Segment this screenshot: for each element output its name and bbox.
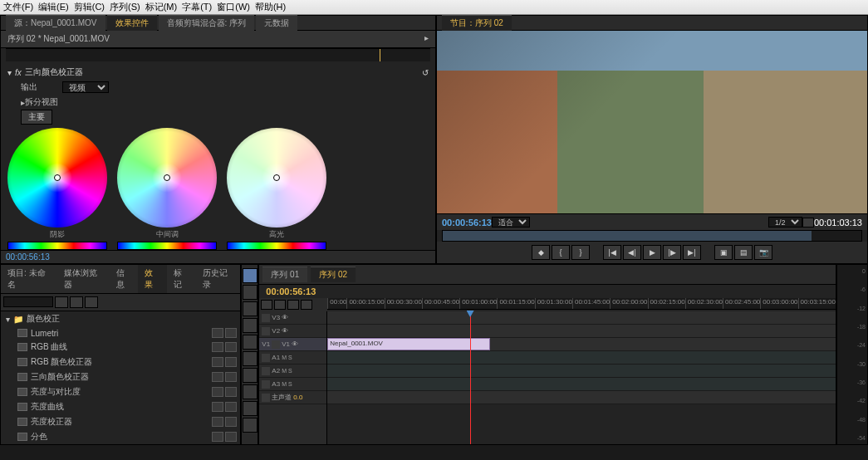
track-a2[interactable] bbox=[327, 365, 835, 378]
menu-file[interactable]: 文件(F) bbox=[3, 1, 33, 13]
preset-32-icon[interactable] bbox=[212, 342, 223, 352]
menu-marker[interactable]: 标记(M) bbox=[145, 1, 178, 13]
hand-tool[interactable] bbox=[243, 401, 257, 416]
settings-icon[interactable] bbox=[301, 300, 312, 310]
preset-filter-3-icon[interactable] bbox=[85, 296, 98, 308]
tab-metadata[interactable]: 元数据 bbox=[256, 15, 297, 31]
ec-timecode[interactable]: 00:00:56:13 bbox=[6, 252, 50, 262]
track-v2[interactable] bbox=[327, 325, 835, 338]
menu-sequence[interactable]: 序列(S) bbox=[110, 1, 140, 13]
midtones-hue-strip[interactable] bbox=[117, 242, 217, 250]
menu-edit[interactable]: 编辑(E) bbox=[38, 1, 69, 13]
effects-search[interactable] bbox=[3, 296, 53, 307]
play-button[interactable]: ▶ bbox=[643, 245, 661, 260]
highlights-hue-strip[interactable] bbox=[227, 242, 326, 250]
wrench-icon[interactable] bbox=[802, 218, 814, 228]
effect-item[interactable]: 亮度与对比度 bbox=[1, 384, 240, 399]
track-a1[interactable] bbox=[327, 351, 835, 365]
preset-yuv-icon[interactable] bbox=[225, 372, 237, 382]
preset-32-icon[interactable] bbox=[212, 387, 223, 397]
effect-reset-icon[interactable]: ↺ bbox=[422, 68, 429, 77]
track-select-tool[interactable] bbox=[243, 285, 257, 300]
effect-item[interactable]: Lumetri bbox=[1, 326, 240, 340]
zoom-select[interactable]: 1/2 bbox=[768, 217, 802, 228]
output-select[interactable]: 视频 bbox=[62, 81, 109, 93]
tab-source[interactable]: 源：Nepal_0001.MOV bbox=[6, 15, 105, 31]
effect-item[interactable]: RGB 颜色校正器 bbox=[1, 355, 240, 369]
tab-effect-controls[interactable]: 效果控件 bbox=[107, 15, 157, 31]
shadows-wheel[interactable] bbox=[7, 128, 107, 228]
effect-item[interactable]: 分色 bbox=[1, 429, 240, 444]
preset-yuv-icon[interactable] bbox=[225, 417, 237, 427]
marker-add-button[interactable]: ◆ bbox=[532, 245, 550, 260]
out-point-button[interactable]: } bbox=[571, 245, 590, 260]
slip-tool[interactable] bbox=[243, 368, 257, 383]
tab-project[interactable]: 项目: 未命名 bbox=[1, 265, 57, 293]
lock-icon[interactable] bbox=[262, 380, 270, 389]
in-point-button[interactable]: { bbox=[552, 245, 570, 260]
track-master[interactable] bbox=[327, 391, 835, 404]
tab-media-browser[interactable]: 媒体浏览器 bbox=[57, 265, 110, 293]
preset-32-icon[interactable] bbox=[212, 417, 223, 427]
video-clip[interactable]: Nepal_0001.MOV bbox=[327, 338, 490, 350]
lock-icon[interactable] bbox=[262, 354, 270, 362]
program-tab[interactable]: 节目：序列 02 bbox=[442, 15, 512, 31]
step-back-button[interactable]: ◀| bbox=[623, 245, 641, 260]
lift-button[interactable]: ▣ bbox=[714, 245, 733, 260]
tab-audio-mixer[interactable]: 音频剪辑混合器: 序列 bbox=[159, 15, 255, 31]
preset-32-icon[interactable] bbox=[212, 357, 223, 367]
effects-list[interactable]: ▾📁 颜色校正 LumetriRGB 曲线RGB 颜色校正器三向颜色校正器亮度与… bbox=[1, 311, 240, 444]
program-viewer[interactable] bbox=[437, 31, 867, 213]
folder-toggle-icon[interactable]: ▾ bbox=[6, 315, 10, 324]
tab-effects[interactable]: 效果 bbox=[138, 265, 167, 293]
main-tonal-button[interactable]: 主要 bbox=[21, 110, 52, 125]
preset-yuv-icon[interactable] bbox=[225, 387, 237, 397]
menu-help[interactable]: 帮助(H) bbox=[255, 1, 286, 13]
preset-32-icon[interactable] bbox=[212, 432, 223, 442]
effect-item[interactable]: RGB 曲线 bbox=[1, 340, 240, 355]
menu-window[interactable]: 窗口(W) bbox=[217, 1, 250, 13]
lock-icon[interactable] bbox=[262, 327, 270, 335]
lock-icon[interactable] bbox=[262, 367, 270, 375]
ripple-tool[interactable] bbox=[243, 301, 257, 316]
program-tc-left[interactable]: 00:00:56:13 bbox=[442, 218, 492, 228]
timeline-ruler[interactable]: 00:0000:00:15:0000:00:30:0000:00:45:0000… bbox=[327, 298, 835, 310]
goto-in-button[interactable]: |◀ bbox=[603, 245, 621, 260]
fit-select[interactable]: 适合 bbox=[492, 217, 530, 228]
effect-toggle-icon[interactable]: ▾ bbox=[7, 68, 12, 77]
track-v3[interactable] bbox=[327, 311, 835, 325]
playhead[interactable] bbox=[470, 311, 471, 444]
pen-tool[interactable] bbox=[243, 384, 257, 399]
ec-mini-timeline[interactable] bbox=[6, 48, 430, 61]
preset-32-icon[interactable] bbox=[212, 402, 223, 412]
menubar[interactable]: 文件(F) 编辑(E) 剪辑(C) 序列(S) 标记(M) 字幕(T) 窗口(W… bbox=[0, 0, 868, 15]
effect-item[interactable]: 亮度曲线 bbox=[1, 399, 240, 414]
zoom-tool[interactable] bbox=[243, 418, 257, 433]
razor-tool[interactable] bbox=[243, 351, 257, 366]
preset-filter-1-icon[interactable] bbox=[55, 296, 68, 308]
tab-history[interactable]: 历史记录 bbox=[196, 265, 240, 293]
preset-yuv-icon[interactable] bbox=[225, 328, 237, 338]
timeline-timecode[interactable]: 00:00:56:13 bbox=[259, 285, 835, 298]
timeline-tracks[interactable]: Nepal_0001.MOV bbox=[327, 311, 835, 444]
track-a3[interactable] bbox=[327, 378, 835, 391]
timeline-toggle-icon[interactable]: ▸ bbox=[424, 33, 429, 45]
preset-yuv-icon[interactable] bbox=[225, 432, 237, 442]
lock-icon[interactable] bbox=[272, 340, 280, 349]
effect-item[interactable]: 三向颜色校正器 bbox=[1, 369, 240, 384]
linked-selection-icon[interactable] bbox=[274, 300, 286, 310]
selection-tool[interactable] bbox=[243, 268, 257, 283]
tab-markers[interactable]: 标记 bbox=[167, 265, 196, 293]
marker-icon[interactable] bbox=[287, 300, 299, 310]
step-fwd-button[interactable]: |▶ bbox=[663, 245, 681, 260]
export-frame-button[interactable]: 📷 bbox=[754, 245, 772, 260]
track-v1[interactable]: Nepal_0001.MOV bbox=[327, 338, 835, 351]
preset-filter-2-icon[interactable] bbox=[70, 296, 83, 308]
tab-info[interactable]: 信息 bbox=[110, 265, 139, 293]
preset-yuv-icon[interactable] bbox=[225, 402, 237, 412]
snap-icon[interactable] bbox=[261, 300, 272, 310]
midtones-wheel[interactable] bbox=[117, 128, 217, 228]
sequence-tab-1[interactable]: 序列 01 bbox=[262, 267, 307, 282]
preset-yuv-icon[interactable] bbox=[225, 342, 237, 352]
preset-yuv-icon[interactable] bbox=[225, 357, 237, 367]
